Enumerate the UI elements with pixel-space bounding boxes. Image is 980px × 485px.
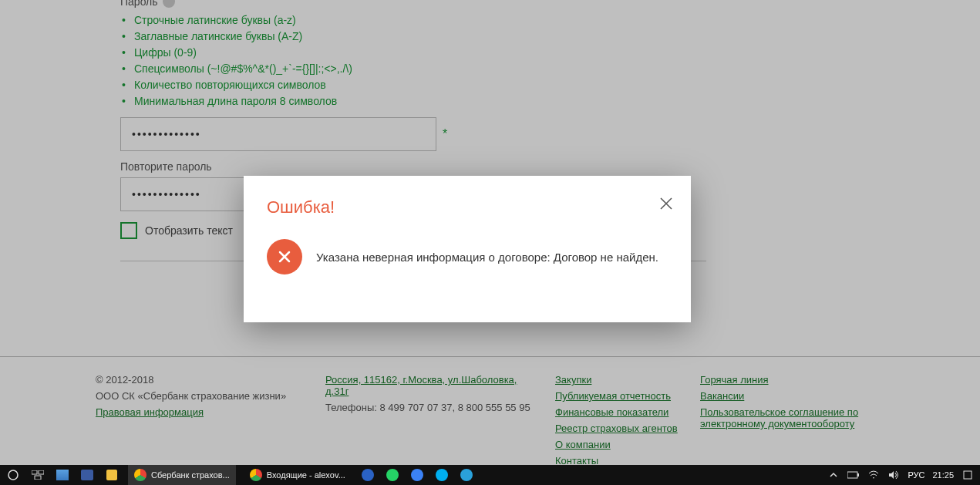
error-modal: Ошибка! Указана неверная информация о до… — [244, 176, 691, 322]
footer-link[interactable]: Финансовые показатели — [555, 406, 679, 418]
phones: Телефоны: 8 499 707 07 37, 8 800 555 55 … — [325, 402, 534, 413]
footer-link[interactable]: Публикуемая отчетность — [555, 390, 679, 402]
taskview-icon[interactable] — [29, 467, 46, 483]
app-icon[interactable] — [359, 467, 376, 483]
tab-label: Входящие - alexov... — [267, 470, 345, 480]
legal-link[interactable]: Правовая информация — [96, 406, 304, 418]
tray-chevron-icon[interactable] — [827, 469, 840, 481]
start-icon[interactable] — [5, 467, 22, 483]
close-icon[interactable] — [658, 196, 674, 214]
req-item: Минимальная длина пароля 8 символов — [134, 93, 934, 109]
svg-rect-3 — [35, 476, 41, 480]
app-icon[interactable] — [54, 467, 71, 483]
copyright: © 2012-2018 — [96, 374, 304, 386]
help-icon[interactable] — [163, 0, 175, 8]
svg-rect-6 — [964, 471, 972, 479]
password-label: Пароль — [120, 0, 158, 8]
whatsapp-icon[interactable] — [384, 467, 401, 483]
skype-icon[interactable] — [433, 467, 450, 483]
taskbar-tab-chrome[interactable]: Сбербанк страхов... — [128, 465, 236, 485]
modal-title: Ошибка! — [267, 197, 668, 217]
req-item: Спецсимволы (~!@#$%^&*()_+`-={}[]|:;<>,.… — [134, 61, 934, 77]
required-star: * — [443, 127, 447, 141]
taskbar-tab-chrome[interactable]: Входящие - alexov... — [244, 465, 352, 485]
address-link[interactable]: Россия, 115162, г.Москва, ул.Шаболовка, … — [325, 374, 534, 397]
req-item: Количество повторяющихся символов — [134, 77, 934, 93]
clock[interactable]: 21:25 — [932, 470, 954, 480]
footer-link[interactable]: Реестр страховых агентов — [555, 423, 679, 434]
svg-rect-4 — [847, 472, 857, 478]
battery-icon[interactable] — [847, 469, 860, 481]
error-icon — [267, 239, 302, 274]
svg-point-0 — [8, 470, 18, 480]
show-text-label: Отобразить текст — [145, 224, 233, 237]
repeat-password-label: Повторите пароль — [120, 160, 212, 173]
req-item: Заглавные латинские буквы (A-Z) — [134, 29, 934, 45]
tab-label: Сбербанк страхов... — [151, 470, 230, 480]
app-icon[interactable] — [409, 467, 426, 483]
svg-rect-2 — [39, 470, 44, 474]
app-icon[interactable] — [79, 467, 96, 483]
footer-link[interactable]: Закупки — [555, 374, 679, 386]
taskbar: Сбербанк страхов... Входящие - alexov...… — [0, 465, 980, 485]
wifi-icon[interactable] — [867, 469, 880, 481]
footer-link[interactable]: Пользовательское соглашение по электронн… — [700, 406, 870, 429]
req-item: Цифры (0-9) — [134, 45, 934, 61]
req-item: Строчные латинские буквы (a-z) — [134, 12, 934, 29]
chrome-icon — [250, 469, 262, 481]
show-text-checkbox[interactable] — [120, 222, 137, 239]
footer-link[interactable]: Горячая линия — [700, 374, 870, 386]
company-name: ООО СК «Сбербанк страхование жизни» — [96, 390, 304, 402]
modal-message: Указана неверная информация о договоре: … — [316, 251, 658, 264]
app-icon[interactable] — [103, 467, 120, 483]
notification-icon[interactable] — [961, 469, 974, 481]
footer-link[interactable]: Вакансии — [700, 390, 870, 402]
password-input[interactable] — [120, 117, 436, 151]
language-indicator[interactable]: РУС — [908, 470, 924, 480]
footer-link[interactable]: О компании — [555, 439, 679, 450]
chrome-icon — [134, 469, 146, 481]
svg-rect-5 — [857, 473, 859, 477]
password-requirements-list: Строчные латинские буквы (a-z) Заглавные… — [120, 12, 934, 109]
volume-icon[interactable] — [887, 469, 900, 481]
telegram-icon[interactable] — [458, 467, 475, 483]
svg-rect-1 — [32, 470, 37, 474]
